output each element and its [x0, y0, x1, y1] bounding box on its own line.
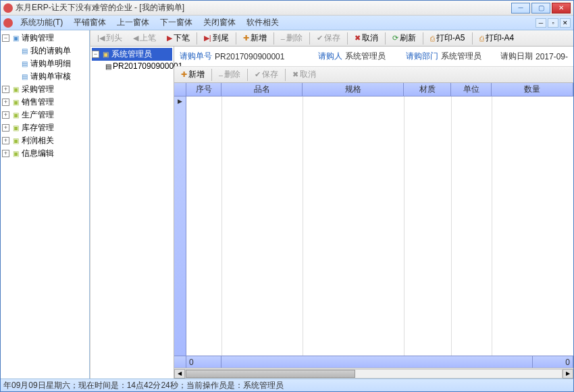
order-no-value: PR2017090900001: [215, 52, 284, 61]
buyer-label[interactable]: 请购人: [318, 51, 342, 62]
print-a4-button[interactable]: ⎙打印-A4: [475, 30, 519, 46]
tree-module-sales[interactable]: +▣销售管理: [2, 96, 88, 109]
folder-icon: ▣: [11, 150, 20, 158]
last-button[interactable]: ▶|到尾: [199, 30, 234, 46]
collapse-icon[interactable]: −: [92, 51, 99, 58]
doc-tree-item[interactable]: ▤ PR2017090900001: [92, 61, 172, 72]
order-no-label[interactable]: 请购单号: [180, 51, 212, 62]
tree-module-purchase[interactable]: +▣采购管理: [2, 83, 88, 96]
detail-cancel-button[interactable]: ✖取消: [288, 67, 321, 82]
tree-label: 生产管理: [22, 109, 54, 121]
first-button[interactable]: |◀到头: [93, 30, 127, 46]
check-icon: ✔: [255, 70, 261, 79]
detail-delete-button[interactable]: –删除: [214, 67, 245, 82]
detail-add-button[interactable]: ✚新增: [176, 67, 209, 82]
col-seq[interactable]: 序号: [186, 83, 221, 96]
tree-root-requisition[interactable]: − ▣ 请购管理: [2, 32, 88, 45]
grid-footer: 0 0: [174, 356, 573, 368]
menu-next-window[interactable]: 下一窗体: [155, 16, 198, 30]
grid-body[interactable]: ▶: [174, 96, 573, 356]
tree-module-inventory[interactable]: +▣库存管理: [2, 121, 88, 134]
tree-label: 请购单明细: [30, 58, 71, 69]
refresh-icon: ⟳: [392, 34, 398, 43]
col-name[interactable]: 品名: [221, 83, 303, 96]
document-tree[interactable]: − ▣ 系统管理员 ▤ PR2017090900001: [90, 47, 174, 379]
delete-button[interactable]: –删除: [276, 30, 307, 46]
tree-module-info[interactable]: +▣信息编辑: [2, 147, 88, 160]
mdi-close-button[interactable]: ✕: [560, 18, 571, 28]
tree-item-my-requisition[interactable]: ▤ 我的请购单: [2, 45, 88, 57]
printer-icon: ⎙: [430, 34, 435, 43]
status-text: 年09月09日星期六；现在时间是：14点42分24秒；当前操作员是：系统管理员: [3, 380, 284, 391]
horizontal-scrollbar[interactable]: ◀ ▶: [174, 368, 573, 379]
scroll-left-button[interactable]: ◀: [174, 369, 185, 379]
prev-button[interactable]: ◀上笔: [128, 30, 161, 46]
col-spec[interactable]: 规格: [303, 83, 404, 96]
next-icon: ▶: [167, 34, 172, 43]
plus-icon: ✚: [243, 34, 249, 43]
print-a5-button[interactable]: ⎙打印-A5: [425, 30, 470, 46]
document-icon: ▤: [20, 60, 29, 68]
expand-icon[interactable]: +: [2, 86, 9, 93]
mdi-minimize-button[interactable]: ─: [536, 18, 546, 28]
refresh-button[interactable]: ⟳刷新: [388, 30, 421, 46]
expand-icon[interactable]: +: [2, 124, 9, 132]
col-qty[interactable]: 数量: [492, 83, 573, 96]
dept-value: 系统管理员: [441, 51, 481, 62]
folder-icon: ▣: [11, 99, 20, 107]
next-button[interactable]: ▶下笔: [162, 30, 194, 46]
scroll-right-button[interactable]: ▶: [563, 369, 573, 379]
document-icon: ▤: [20, 73, 29, 81]
add-button[interactable]: ✚新增: [238, 30, 271, 46]
minus-icon: –: [219, 71, 223, 79]
mdi-restore-button[interactable]: ▫: [548, 18, 558, 28]
expand-icon[interactable]: +: [2, 111, 9, 119]
col-unit[interactable]: 单位: [451, 83, 492, 96]
menu-bar: 系统功能(T) 平铺窗体 上一窗体 下一窗体 关闭窗体 软件相关 ─ ▫ ✕: [1, 16, 573, 30]
cancel-button[interactable]: ✖取消: [350, 30, 383, 46]
menu-sysfunc[interactable]: 系统功能(T): [15, 16, 68, 30]
maximize-button[interactable]: ▢: [531, 3, 550, 13]
expand-icon[interactable]: +: [2, 150, 9, 157]
col-material[interactable]: 材质: [404, 83, 451, 96]
prev-icon: ◀: [133, 34, 138, 43]
row-indicator-col: [174, 83, 186, 96]
doc-tree-root[interactable]: − ▣ 系统管理员: [92, 48, 172, 61]
expand-icon[interactable]: +: [2, 137, 9, 144]
module-tree[interactable]: − ▣ 请购管理 ▤ 我的请购单 ▤ 请购单明细 ▤ 请购单审核 +▣采购管理 …: [1, 30, 90, 379]
detail-save-button[interactable]: ✔保存: [250, 67, 283, 82]
folder-icon: ▣: [11, 86, 20, 94]
close-button[interactable]: ✕: [552, 3, 571, 13]
folder-icon: ▣: [11, 111, 20, 119]
menu-tile[interactable]: 平铺窗体: [68, 16, 111, 30]
menu-prev-window[interactable]: 上一窗体: [111, 16, 155, 30]
tree-label: 我的请购单: [30, 45, 71, 57]
grid-header: 序号 品名 规格 材质 单位 数量: [174, 83, 573, 96]
folder-icon: ▣: [11, 124, 20, 132]
tree-label: 库存管理: [22, 122, 54, 134]
minimize-button[interactable]: ─: [511, 3, 530, 13]
tree-module-profit[interactable]: +▣利润相关: [2, 134, 88, 147]
save-button[interactable]: ✔保存: [312, 30, 345, 46]
row-marker: ▶: [174, 96, 186, 356]
folder-icon: ▣: [11, 34, 20, 43]
detail-grid[interactable]: 序号 品名 规格 材质 单位 数量 ▶ 0 0 ◀ ▶: [174, 83, 573, 379]
tree-label: 请购单审核: [30, 71, 71, 82]
tree-item-detail[interactable]: ▤ 请购单明细: [2, 57, 88, 70]
buyer-value: 系统管理员: [345, 51, 386, 62]
tree-module-production[interactable]: +▣生产管理: [2, 109, 88, 121]
first-icon: |◀: [97, 34, 105, 43]
scroll-thumb[interactable]: [186, 370, 355, 378]
menu-software[interactable]: 软件相关: [241, 16, 284, 30]
expand-icon[interactable]: +: [2, 99, 9, 106]
window-title: 东月ERP-让天下没有难管的企业 - [我的请购单]: [16, 2, 511, 13]
tree-item-audit[interactable]: ▤ 请购单审核: [2, 70, 88, 83]
collapse-icon[interactable]: −: [2, 34, 9, 42]
x-icon: ✖: [355, 34, 361, 43]
x-icon: ✖: [292, 70, 298, 79]
footer-qty: 0: [533, 356, 573, 368]
folder-open-icon: ▣: [101, 51, 110, 59]
dept-label[interactable]: 请购部门: [406, 51, 438, 62]
menu-close-window[interactable]: 关闭窗体: [198, 16, 241, 30]
scroll-track[interactable]: [185, 369, 563, 379]
